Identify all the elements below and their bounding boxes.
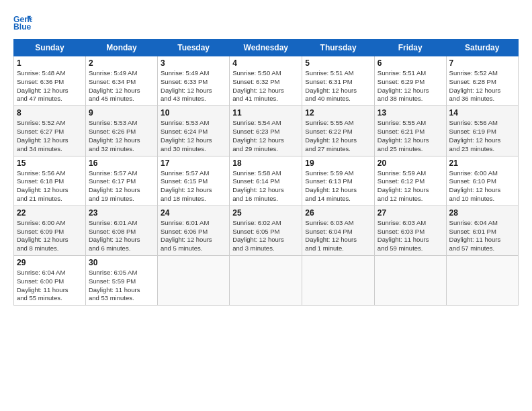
day-number: 22	[17, 208, 83, 218]
day-cell: 2Sunrise: 5:49 AM Sunset: 6:34 PM Daylig…	[85, 56, 157, 106]
day-info: Sunrise: 5:58 AM Sunset: 6:14 PM Dayligh…	[232, 169, 299, 203]
day-info: Sunrise: 5:57 AM Sunset: 6:15 PM Dayligh…	[161, 169, 226, 203]
day-number: 19	[305, 158, 371, 168]
day-cell: 17Sunrise: 5:57 AM Sunset: 6:15 PM Dayli…	[158, 156, 230, 205]
day-cell: 10Sunrise: 5:53 AM Sunset: 6:24 PM Dayli…	[158, 106, 230, 156]
day-cell: 6Sunrise: 5:51 AM Sunset: 6:29 PM Daylig…	[374, 56, 446, 106]
day-number: 25	[232, 208, 299, 218]
weekday-saturday: Saturday	[446, 40, 518, 56]
day-number: 14	[449, 108, 515, 118]
day-cell: 29Sunrise: 6:04 AM Sunset: 6:00 PM Dayli…	[14, 256, 86, 306]
day-info: Sunrise: 6:04 AM Sunset: 6:01 PM Dayligh…	[449, 219, 515, 253]
day-number: 11	[232, 108, 299, 118]
day-number: 29	[17, 258, 83, 267]
day-cell: 7Sunrise: 5:52 AM Sunset: 6:28 PM Daylig…	[446, 56, 518, 106]
day-cell: 19Sunrise: 5:59 AM Sunset: 6:13 PM Dayli…	[302, 156, 375, 205]
day-number: 1	[17, 58, 83, 68]
day-info: Sunrise: 5:52 AM Sunset: 6:27 PM Dayligh…	[17, 119, 83, 153]
day-cell: 15Sunrise: 5:56 AM Sunset: 6:18 PM Dayli…	[14, 156, 86, 205]
day-cell: 4Sunrise: 5:50 AM Sunset: 6:32 PM Daylig…	[230, 56, 302, 106]
week-row-5: 29Sunrise: 6:04 AM Sunset: 6:00 PM Dayli…	[14, 256, 519, 306]
day-number: 16	[89, 158, 154, 168]
day-cell	[446, 256, 518, 306]
day-number: 28	[449, 208, 515, 218]
calendar-table: SundayMondayTuesdayWednesdayThursdayFrid…	[13, 39, 519, 306]
week-row-4: 22Sunrise: 6:00 AM Sunset: 6:09 PM Dayli…	[14, 205, 519, 255]
day-info: Sunrise: 5:54 AM Sunset: 6:23 PM Dayligh…	[232, 119, 299, 153]
day-number: 23	[89, 208, 154, 218]
day-cell: 1Sunrise: 5:48 AM Sunset: 6:36 PM Daylig…	[14, 56, 86, 106]
day-number: 9	[89, 108, 154, 118]
day-number: 26	[305, 208, 371, 218]
weekday-wednesday: Wednesday	[230, 40, 302, 56]
day-number: 3	[161, 58, 226, 68]
day-number: 15	[17, 158, 83, 168]
day-info: Sunrise: 5:55 AM Sunset: 6:21 PM Dayligh…	[378, 119, 443, 153]
day-number: 2	[89, 58, 154, 68]
day-cell: 13Sunrise: 5:55 AM Sunset: 6:21 PM Dayli…	[374, 106, 446, 156]
day-cell	[230, 256, 302, 306]
day-cell: 26Sunrise: 6:03 AM Sunset: 6:04 PM Dayli…	[302, 205, 375, 255]
day-info: Sunrise: 5:55 AM Sunset: 6:22 PM Dayligh…	[305, 119, 371, 153]
day-info: Sunrise: 5:51 AM Sunset: 6:29 PM Dayligh…	[378, 69, 443, 103]
day-cell: 3Sunrise: 5:49 AM Sunset: 6:33 PM Daylig…	[158, 56, 230, 106]
calendar-body: 1Sunrise: 5:48 AM Sunset: 6:36 PM Daylig…	[14, 56, 519, 306]
day-number: 8	[17, 108, 83, 118]
day-info: Sunrise: 6:05 AM Sunset: 5:59 PM Dayligh…	[89, 269, 154, 303]
weekday-thursday: Thursday	[302, 40, 375, 56]
day-cell: 12Sunrise: 5:55 AM Sunset: 6:22 PM Dayli…	[302, 106, 375, 156]
day-cell: 16Sunrise: 5:57 AM Sunset: 6:17 PM Dayli…	[85, 156, 157, 205]
day-info: Sunrise: 6:04 AM Sunset: 6:00 PM Dayligh…	[17, 269, 83, 303]
day-info: Sunrise: 6:01 AM Sunset: 6:06 PM Dayligh…	[161, 219, 226, 253]
day-number: 21	[449, 158, 515, 168]
weekday-header-row: SundayMondayTuesdayWednesdayThursdayFrid…	[14, 40, 519, 56]
weekday-sunday: Sunday	[14, 40, 86, 56]
day-cell: 14Sunrise: 5:56 AM Sunset: 6:19 PM Dayli…	[446, 106, 518, 156]
day-number: 12	[305, 108, 371, 118]
day-number: 17	[161, 158, 226, 168]
day-number: 10	[161, 108, 226, 118]
day-info: Sunrise: 5:49 AM Sunset: 6:34 PM Dayligh…	[89, 69, 154, 103]
day-cell: 20Sunrise: 5:59 AM Sunset: 6:12 PM Dayli…	[374, 156, 446, 205]
day-cell: 8Sunrise: 5:52 AM Sunset: 6:27 PM Daylig…	[14, 106, 86, 156]
header: General Blue	[13, 13, 519, 32]
day-cell	[302, 256, 375, 306]
day-number: 20	[378, 158, 443, 168]
day-info: Sunrise: 5:52 AM Sunset: 6:28 PM Dayligh…	[449, 69, 515, 103]
week-row-1: 1Sunrise: 5:48 AM Sunset: 6:36 PM Daylig…	[14, 56, 519, 106]
day-info: Sunrise: 5:49 AM Sunset: 6:33 PM Dayligh…	[161, 69, 226, 103]
day-info: Sunrise: 6:03 AM Sunset: 6:03 PM Dayligh…	[378, 219, 443, 253]
day-info: Sunrise: 6:00 AM Sunset: 6:10 PM Dayligh…	[449, 169, 515, 203]
day-cell: 18Sunrise: 5:58 AM Sunset: 6:14 PM Dayli…	[230, 156, 302, 205]
day-cell: 23Sunrise: 6:01 AM Sunset: 6:08 PM Dayli…	[85, 205, 157, 255]
day-number: 13	[378, 108, 443, 118]
day-number: 18	[232, 158, 299, 168]
day-info: Sunrise: 6:02 AM Sunset: 6:05 PM Dayligh…	[232, 219, 299, 253]
weekday-tuesday: Tuesday	[158, 40, 230, 56]
logo-icon: General Blue	[13, 13, 32, 32]
day-cell: 30Sunrise: 6:05 AM Sunset: 5:59 PM Dayli…	[85, 256, 157, 306]
day-info: Sunrise: 5:59 AM Sunset: 6:13 PM Dayligh…	[305, 169, 371, 203]
day-info: Sunrise: 5:57 AM Sunset: 6:17 PM Dayligh…	[89, 169, 154, 203]
day-cell: 28Sunrise: 6:04 AM Sunset: 6:01 PM Dayli…	[446, 205, 518, 255]
day-info: Sunrise: 5:56 AM Sunset: 6:19 PM Dayligh…	[449, 119, 515, 153]
day-number: 6	[378, 58, 443, 68]
day-cell: 24Sunrise: 6:01 AM Sunset: 6:06 PM Dayli…	[158, 205, 230, 255]
day-info: Sunrise: 5:51 AM Sunset: 6:31 PM Dayligh…	[305, 69, 371, 103]
day-cell: 22Sunrise: 6:00 AM Sunset: 6:09 PM Dayli…	[14, 205, 86, 255]
day-number: 24	[161, 208, 226, 218]
day-number: 27	[378, 208, 443, 218]
day-number: 30	[89, 258, 154, 267]
day-cell: 5Sunrise: 5:51 AM Sunset: 6:31 PM Daylig…	[302, 56, 375, 106]
calendar-page: General Blue SundayMondayTuesdayWednesda…	[0, 0, 532, 411]
weekday-friday: Friday	[374, 40, 446, 56]
day-info: Sunrise: 6:00 AM Sunset: 6:09 PM Dayligh…	[17, 219, 83, 253]
day-number: 4	[232, 58, 299, 68]
day-cell: 9Sunrise: 5:53 AM Sunset: 6:26 PM Daylig…	[85, 106, 157, 156]
day-cell: 11Sunrise: 5:54 AM Sunset: 6:23 PM Dayli…	[230, 106, 302, 156]
logo: General Blue	[13, 13, 34, 32]
day-info: Sunrise: 6:03 AM Sunset: 6:04 PM Dayligh…	[305, 219, 371, 253]
day-cell: 25Sunrise: 6:02 AM Sunset: 6:05 PM Dayli…	[230, 205, 302, 255]
day-cell	[374, 256, 446, 306]
day-info: Sunrise: 5:50 AM Sunset: 6:32 PM Dayligh…	[232, 69, 299, 103]
